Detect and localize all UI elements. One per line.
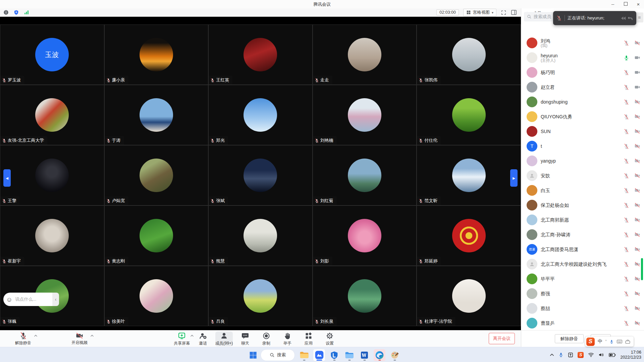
toolbar-share-button[interactable]: 共享屏幕 — [173, 331, 191, 346]
video-tile[interactable]: 刘红菊 — [313, 145, 417, 205]
video-tile[interactable]: 郑光 — [208, 85, 313, 145]
taskbar-search[interactable]: 搜索 — [261, 349, 295, 361]
taskbar-paint[interactable] — [389, 349, 400, 361]
sogou-toolbar[interactable]: S 中 ’ — [585, 337, 634, 347]
start-button[interactable] — [249, 351, 257, 359]
member-row[interactable]: 蔡强 — [521, 286, 644, 301]
member-row[interactable]: 北工商-孙啸涛 — [521, 227, 644, 242]
taskbar-tencent-meeting[interactable] — [313, 349, 325, 361]
member-row[interactable]: 保卫处杨会如 — [521, 198, 644, 213]
volume-icon[interactable] — [598, 352, 604, 357]
chevron-up-icon[interactable] — [190, 335, 194, 337]
video-tile[interactable]: 张凯伟 — [417, 24, 521, 85]
member-row[interactable]: QIUYONG仇勇 — [521, 109, 644, 124]
meeting-info-icon[interactable] — [3, 10, 9, 15]
member-row[interactable]: dongshuping — [521, 95, 644, 109]
tray-expand-icon[interactable] — [550, 353, 554, 356]
next-page-button[interactable]: ▶ — [510, 169, 518, 187]
video-tile[interactable]: 熊慧 — [208, 205, 313, 266]
member-row[interactable]: 毕平平 — [521, 272, 644, 286]
ime-punctuation[interactable]: ’ — [605, 339, 606, 344]
close-icon[interactable]: × — [636, 2, 641, 7]
toolbar-invite-button[interactable]: 邀请 — [194, 331, 212, 346]
video-tile[interactable]: 王擎 — [0, 145, 104, 205]
video-tile[interactable]: 郑延婷 — [417, 205, 521, 266]
video-tile[interactable]: 玉波 罗玉波 — [0, 24, 104, 85]
chevron-up-icon[interactable] — [34, 335, 38, 337]
minimize-icon[interactable]: ─ — [610, 2, 615, 6]
ime-mode-chinese[interactable]: 中 — [598, 339, 602, 345]
member-row[interactable]: 白玉 — [521, 183, 644, 198]
taskbar-app-shield[interactable] — [328, 349, 340, 361]
toolbar-apps-button[interactable]: 应用 — [300, 331, 317, 346]
members-scrollbar[interactable] — [641, 258, 643, 280]
member-row[interactable]: 思潇 北工商团委马思潇 — [521, 242, 644, 257]
member-row[interactable]: SUN — [521, 124, 644, 139]
member-row[interactable]: 蔡喆 — [521, 301, 644, 316]
member-row[interactable]: 赵立君 — [521, 80, 644, 95]
maximize-icon[interactable] — [623, 2, 628, 6]
sogou-logo[interactable]: S — [586, 338, 595, 346]
toolbar-record-button[interactable]: 录制 — [258, 331, 275, 346]
unmute-button[interactable]: 解除静音 — [555, 334, 584, 343]
member-row[interactable]: 安歆 — [521, 168, 644, 183]
video-tile[interactable]: 刘影 — [313, 205, 417, 266]
video-tile[interactable]: 刘长泉 — [313, 266, 417, 326]
video-tile[interactable]: 卢灿宽 — [104, 145, 209, 205]
member-row[interactable]: T t — [521, 139, 644, 154]
toolbar-members-button[interactable]: 成员(99+) — [215, 331, 233, 346]
taskbar-clock[interactable]: 17:06 2022/12/23 — [620, 350, 641, 360]
video-tile[interactable]: 张斌 — [208, 145, 313, 205]
quick-chat-bar[interactable]: ☺ 说点什么... — [3, 293, 52, 306]
taskbar-docs[interactable] — [343, 349, 355, 361]
sogou-tray-icon[interactable]: S — [578, 352, 584, 358]
toolbar-hand-button[interactable]: 举手 — [279, 331, 296, 346]
toolbox-icon[interactable] — [625, 340, 630, 344]
collapse-chat-handle[interactable]: ‹ — [52, 293, 59, 306]
video-tile[interactable]: 黄志刚 — [104, 205, 209, 266]
video-tile[interactable]: 王红英 — [208, 24, 313, 85]
toolbar-chat-button[interactable]: 聊天 — [236, 331, 254, 346]
member-row[interactable]: 刘鸿 (我) — [521, 36, 644, 50]
member-row[interactable]: 北工商郭新愿 — [521, 213, 644, 227]
keyboard-icon[interactable] — [617, 340, 622, 344]
member-row[interactable]: 杨巧明 — [521, 65, 644, 80]
video-tile[interactable]: 付仕伦 — [417, 85, 521, 145]
toolbar-mic-muted-button[interactable]: 解除静音 — [5, 331, 42, 346]
ime-icon[interactable] — [568, 352, 573, 358]
member-row[interactable]: heyurun (主持人) — [521, 50, 644, 65]
member-row[interactable]: 北京工商大学校园建设处刘隽飞 — [521, 257, 644, 272]
chevron-up-icon[interactable] — [90, 335, 94, 337]
video-tile[interactable]: 走走 — [313, 24, 417, 85]
video-tile[interactable]: 范文昕 — [417, 145, 521, 205]
prev-page-button[interactable]: ◀ — [3, 169, 11, 187]
toolbar-cam-off-button[interactable]: 开启视频 — [61, 331, 98, 346]
view-mode-button[interactable]: 宫格视图 ▾ — [463, 9, 496, 16]
video-tile[interactable]: 崔新宇 — [0, 205, 104, 266]
security-shield-icon[interactable] — [14, 10, 19, 15]
taskbar-word[interactable] — [359, 349, 370, 361]
member-row[interactable]: 曹显乒 — [521, 316, 644, 330]
fullscreen-icon[interactable] — [501, 10, 506, 15]
voice-input-icon[interactable] — [609, 340, 614, 344]
leave-meeting-button[interactable]: 离开会议 — [489, 333, 515, 344]
video-tile[interactable]: 徐美叶 — [104, 266, 209, 326]
toolbar-settings-button[interactable]: 设置 — [321, 331, 338, 346]
video-tile[interactable]: 刘艳楠 — [313, 85, 417, 145]
video-tile[interactable]: 廉小亲 — [104, 24, 209, 85]
rewind-icon[interactable] — [620, 16, 627, 21]
taskbar-file-explorer[interactable] — [298, 349, 310, 361]
wifi-icon[interactable] — [588, 352, 594, 357]
video-tile[interactable]: 吕良 — [208, 266, 313, 326]
member-row[interactable]: yangyp — [521, 154, 644, 168]
sidebar-layout-icon[interactable] — [511, 10, 517, 15]
tray-mic-icon[interactable] — [558, 352, 564, 357]
emoji-icon[interactable]: ☺ — [6, 296, 12, 303]
video-tile[interactable]: 于涛 — [104, 85, 209, 145]
undo-arrow-icon[interactable] — [627, 16, 633, 21]
taskbar-edge[interactable] — [374, 349, 385, 361]
battery-icon[interactable] — [609, 353, 616, 357]
video-tile[interactable]: 友强-北京工商大学 — [0, 85, 104, 145]
quick-chat-placeholder[interactable]: 说点什么... — [15, 296, 36, 302]
video-tile[interactable]: 杜津宇-法学院 — [417, 266, 521, 326]
